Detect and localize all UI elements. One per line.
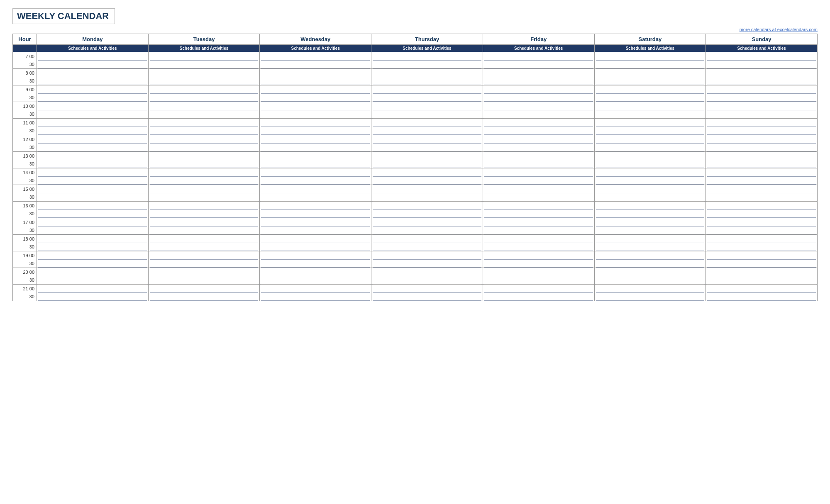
entry-cell[interactable] (483, 268, 594, 276)
entry-cell[interactable] (260, 135, 371, 144)
entry-cell[interactable] (706, 144, 818, 152)
entry-cell[interactable] (706, 285, 818, 293)
entry-cell[interactable] (706, 276, 818, 285)
entry-cell[interactable] (260, 85, 371, 94)
entry-cell[interactable] (706, 160, 818, 168)
entry-cell[interactable] (594, 226, 706, 235)
entry-cell[interactable] (706, 152, 818, 160)
entry-cell[interactable] (37, 77, 149, 85)
entry-cell[interactable] (371, 160, 483, 168)
entry-cell[interactable] (594, 276, 706, 285)
entry-cell[interactable] (706, 260, 818, 268)
entry-cell[interactable] (483, 210, 594, 218)
entry-cell[interactable] (594, 285, 706, 293)
entry-cell[interactable] (371, 77, 483, 85)
entry-cell[interactable] (483, 77, 594, 85)
entry-cell[interactable] (148, 94, 260, 102)
entry-cell[interactable] (483, 243, 594, 251)
entry-cell[interactable] (483, 52, 594, 61)
entry-cell[interactable] (371, 94, 483, 102)
entry-cell[interactable] (37, 110, 149, 119)
entry-cell[interactable] (148, 127, 260, 135)
entry-cell[interactable] (371, 285, 483, 293)
entry-cell[interactable] (706, 251, 818, 260)
entry-cell[interactable] (260, 210, 371, 218)
entry-cell[interactable] (371, 268, 483, 276)
entry-cell[interactable] (594, 127, 706, 135)
entry-cell[interactable] (260, 177, 371, 185)
entry-cell[interactable] (260, 94, 371, 102)
entry-cell[interactable] (706, 202, 818, 210)
entry-cell[interactable] (148, 268, 260, 276)
entry-cell[interactable] (371, 119, 483, 127)
entry-cell[interactable] (260, 168, 371, 177)
entry-cell[interactable] (148, 85, 260, 94)
entry-cell[interactable] (37, 218, 149, 226)
entry-cell[interactable] (260, 285, 371, 293)
entry-cell[interactable] (148, 119, 260, 127)
entry-cell[interactable] (594, 193, 706, 202)
entry-cell[interactable] (148, 110, 260, 119)
entry-cell[interactable] (594, 152, 706, 160)
entry-cell[interactable] (594, 168, 706, 177)
entry-cell[interactable] (706, 235, 818, 243)
entry-cell[interactable] (371, 193, 483, 202)
entry-cell[interactable] (371, 218, 483, 226)
entry-cell[interactable] (148, 251, 260, 260)
entry-cell[interactable] (706, 293, 818, 301)
entry-cell[interactable] (483, 226, 594, 235)
entry-cell[interactable] (594, 77, 706, 85)
entry-cell[interactable] (594, 185, 706, 193)
entry-cell[interactable] (37, 61, 149, 69)
entry-cell[interactable] (706, 135, 818, 144)
entry-cell[interactable] (371, 293, 483, 301)
entry-cell[interactable] (706, 185, 818, 193)
entry-cell[interactable] (148, 285, 260, 293)
entry-cell[interactable] (37, 127, 149, 135)
entry-cell[interactable] (37, 193, 149, 202)
entry-cell[interactable] (148, 210, 260, 218)
entry-cell[interactable] (594, 94, 706, 102)
entry-cell[interactable] (148, 69, 260, 77)
entry-cell[interactable] (706, 210, 818, 218)
entry-cell[interactable] (37, 235, 149, 243)
entry-cell[interactable] (483, 260, 594, 268)
entry-cell[interactable] (706, 52, 818, 61)
entry-cell[interactable] (260, 276, 371, 285)
entry-cell[interactable] (706, 102, 818, 110)
entry-cell[interactable] (148, 177, 260, 185)
entry-cell[interactable] (148, 193, 260, 202)
entry-cell[interactable] (37, 85, 149, 94)
entry-cell[interactable] (37, 293, 149, 301)
entry-cell[interactable] (148, 168, 260, 177)
entry-cell[interactable] (706, 243, 818, 251)
entry-cell[interactable] (483, 69, 594, 77)
entry-cell[interactable] (706, 218, 818, 226)
entry-cell[interactable] (37, 144, 149, 152)
entry-cell[interactable] (148, 243, 260, 251)
entry-cell[interactable] (148, 152, 260, 160)
entry-cell[interactable] (706, 119, 818, 127)
entry-cell[interactable] (371, 210, 483, 218)
entry-cell[interactable] (260, 160, 371, 168)
entry-cell[interactable] (260, 144, 371, 152)
entry-cell[interactable] (371, 69, 483, 77)
entry-cell[interactable] (594, 202, 706, 210)
entry-cell[interactable] (706, 110, 818, 119)
entry-cell[interactable] (371, 226, 483, 235)
entry-cell[interactable] (148, 135, 260, 144)
entry-cell[interactable] (371, 202, 483, 210)
entry-cell[interactable] (148, 52, 260, 61)
entry-cell[interactable] (37, 52, 149, 61)
entry-cell[interactable] (37, 160, 149, 168)
entry-cell[interactable] (260, 251, 371, 260)
entry-cell[interactable] (594, 135, 706, 144)
entry-cell[interactable] (371, 52, 483, 61)
entry-cell[interactable] (37, 152, 149, 160)
entry-cell[interactable] (37, 69, 149, 77)
entry-cell[interactable] (483, 168, 594, 177)
entry-cell[interactable] (260, 69, 371, 77)
entry-cell[interactable] (37, 226, 149, 235)
entry-cell[interactable] (483, 85, 594, 94)
entry-cell[interactable] (37, 177, 149, 185)
